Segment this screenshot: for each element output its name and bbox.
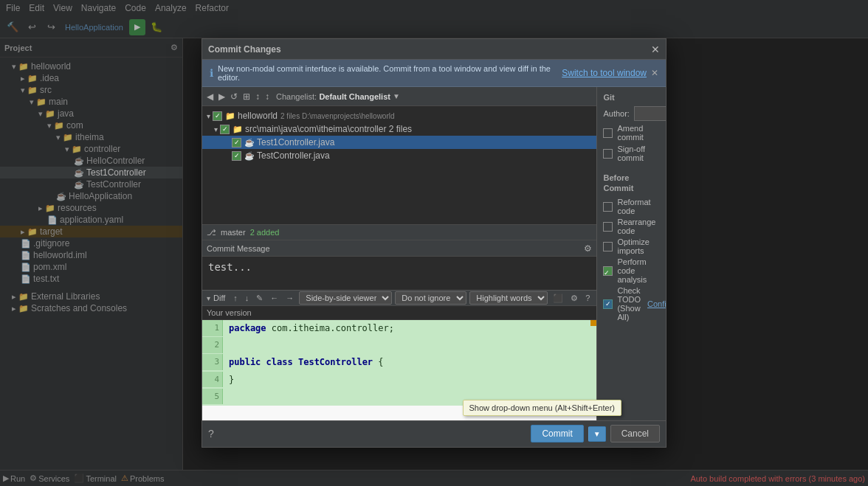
rearrange-row: Rearrange code bbox=[603, 218, 660, 235]
before-commit-section: Before Commit Reformat code Rearrange co… bbox=[603, 173, 660, 322]
optimize-label: Optimize imports bbox=[617, 237, 660, 255]
left-panel: ◀ ▶ ↺ ⊞ ↕ ↕ Changelist: Default Changeli… bbox=[202, 87, 597, 420]
before-commit-label: Before Commit bbox=[603, 173, 633, 192]
commit-msg-settings-icon[interactable]: ⚙ bbox=[584, 243, 592, 254]
dtree-src-path[interactable]: ▾ 📁 src\main\java\com\itheima\controller… bbox=[202, 122, 596, 136]
dtree-test[interactable]: ☕ TestController.java bbox=[202, 149, 596, 162]
amend-label: Amend commit bbox=[617, 124, 660, 142]
your-version-label: Your version bbox=[202, 306, 596, 320]
signoff-label: Sign-off commit bbox=[617, 145, 660, 162]
commit-msg-header: Commit Message ⚙ bbox=[202, 240, 596, 257]
perform-row: ✓ Perform code analysis bbox=[603, 257, 660, 284]
cl-group-btn[interactable]: ⊞ bbox=[241, 90, 252, 103]
diff-label: Diff bbox=[213, 294, 225, 302]
info-text: New non-modal commit interface is availa… bbox=[218, 64, 557, 82]
optimize-row: Optimize imports bbox=[603, 237, 660, 255]
check-todo-row: Check TODO (Show All) Configure bbox=[603, 286, 660, 322]
code-line-3: 3 public class TestController { bbox=[202, 354, 596, 371]
commit-tooltip: Show drop-down menu (Alt+Shift+Enter) bbox=[463, 400, 622, 416]
code-line-2: 2 bbox=[202, 337, 596, 354]
branch-icon: ⎇ bbox=[207, 228, 216, 237]
perform-checkbox[interactable]: ✓ bbox=[603, 266, 613, 276]
cb-test[interactable] bbox=[232, 151, 241, 161]
diff-help-btn[interactable]: ? bbox=[583, 293, 592, 303]
cb-test1[interactable] bbox=[232, 138, 241, 147]
dialog-footer: ? Show drop-down menu (Alt+Shift+Enter) … bbox=[202, 420, 666, 447]
commit-dialog: Commit Changes ✕ ℹ New non-modal commit … bbox=[202, 38, 666, 448]
code-line-1: 1 package com.itheima.controller; bbox=[202, 320, 596, 337]
dialog-titlebar: Commit Changes ✕ bbox=[202, 39, 666, 60]
reformat-checkbox[interactable] bbox=[603, 202, 613, 212]
commit-dropdown-btn[interactable]: ▼ bbox=[588, 426, 606, 442]
author-label: Author: bbox=[603, 109, 629, 118]
diff-edit-btn[interactable]: ✎ bbox=[254, 293, 265, 304]
cl-expand-btn[interactable]: ↕ bbox=[254, 90, 261, 103]
code-line-4: 4 } bbox=[202, 372, 596, 389]
signoff-checkbox[interactable] bbox=[603, 149, 613, 159]
cb-src[interactable] bbox=[220, 125, 230, 134]
code-display: 1 package com.itheima.controller; 2 3 pu… bbox=[202, 320, 596, 406]
diff-mode-btn[interactable]: ⬛ bbox=[551, 293, 565, 304]
diff-header: ▾ Diff ↑ ↓ ✎ ← → Side-by-side viewer bbox=[202, 290, 596, 306]
diff-ignore-select[interactable]: Do not ignore bbox=[395, 291, 466, 305]
diff-corner-marker bbox=[590, 320, 596, 326]
diff-down-btn[interactable]: ↓ bbox=[243, 293, 252, 303]
changelist-toolbar: ◀ ▶ ↺ ⊞ ↕ ↕ Changelist: Default Changeli… bbox=[202, 87, 596, 106]
branch-bar: ⎇ master 2 added bbox=[202, 224, 596, 240]
check-todo-label: Check TODO (Show All) bbox=[617, 286, 641, 322]
author-input[interactable] bbox=[634, 106, 666, 121]
cancel-btn[interactable]: Cancel bbox=[610, 425, 660, 442]
diff-right-btn[interactable]: → bbox=[283, 293, 296, 303]
right-panel: Git Author: Amend commit Sign-off commit bbox=[597, 87, 666, 420]
dtree-helloworld[interactable]: ▾ 📁 helloworld 2 files D:\mavenprojects\… bbox=[202, 109, 596, 122]
signoff-row: Sign-off commit bbox=[603, 145, 660, 162]
diff-highlight-select[interactable]: Highlight words bbox=[469, 291, 548, 305]
cl-refresh-btn[interactable]: ↺ bbox=[229, 90, 239, 103]
ide-window: File Edit View Navigate Code Analyze Ref… bbox=[0, 0, 868, 486]
configure-link[interactable]: Configure bbox=[647, 299, 666, 308]
diff-settings-btn[interactable]: ⚙ bbox=[568, 293, 580, 304]
amend-checkbox[interactable] bbox=[603, 128, 613, 138]
dialog-overlay: Commit Changes ✕ ℹ New non-modal commit … bbox=[0, 0, 868, 486]
commit-msg-label: Commit Message bbox=[207, 244, 581, 253]
diff-collapse-btn[interactable]: ▾ bbox=[207, 294, 210, 302]
dialog-close-btn[interactable]: ✕ bbox=[651, 44, 660, 55]
help-btn[interactable]: ? bbox=[208, 428, 214, 440]
rearrange-checkbox[interactable] bbox=[603, 222, 613, 232]
dialog-title: Commit Changes bbox=[208, 44, 651, 55]
switch-to-tool-window-link[interactable]: Switch to tool window bbox=[562, 68, 647, 78]
git-label: Git bbox=[603, 93, 660, 102]
diff-up-btn[interactable]: ↑ bbox=[231, 293, 240, 303]
dtree-test1[interactable]: ☕ Test1Controller.java bbox=[202, 136, 596, 149]
cl-prev-btn[interactable]: ◀ bbox=[205, 90, 215, 103]
cl-next-btn[interactable]: ▶ bbox=[217, 90, 227, 103]
branch-added: 2 added bbox=[250, 228, 280, 237]
branch-name: master bbox=[221, 228, 246, 237]
commit-msg-text: test... bbox=[208, 261, 252, 273]
optimize-checkbox[interactable] bbox=[603, 242, 613, 251]
check-todo-checkbox[interactable] bbox=[603, 299, 613, 309]
commit-btn[interactable]: Commit bbox=[531, 425, 583, 442]
diff-left-btn[interactable]: ← bbox=[268, 293, 280, 303]
cl-collapse-btn[interactable]: ↕ bbox=[264, 90, 271, 103]
dialog-content: ◀ ▶ ↺ ⊞ ↕ ↕ Changelist: Default Changeli… bbox=[202, 87, 666, 420]
author-row: Author: bbox=[603, 106, 660, 121]
banner-close-btn[interactable]: ✕ bbox=[651, 68, 658, 78]
diff-viewer-select[interactable]: Side-by-side viewer bbox=[299, 291, 392, 305]
changelist-label: Changelist: Default Changelist bbox=[276, 91, 390, 102]
changelist-dropdown[interactable]: ▼ bbox=[393, 92, 400, 100]
reformat-row: Reformat code bbox=[603, 198, 660, 215]
cb-helloworld[interactable] bbox=[213, 111, 222, 121]
git-section: Git Author: Amend commit Sign-off commit bbox=[603, 93, 660, 162]
dialog-file-tree: ▾ 📁 helloworld 2 files D:\mavenprojects\… bbox=[202, 106, 596, 224]
reformat-label: Reformat code bbox=[617, 198, 660, 215]
commit-msg-area[interactable]: test... bbox=[202, 257, 596, 290]
info-icon: ℹ bbox=[210, 67, 213, 79]
rearrange-label: Rearrange code bbox=[617, 218, 660, 235]
perform-label: Perform code analysis bbox=[617, 257, 660, 284]
info-banner: ℹ New non-modal commit interface is avai… bbox=[202, 60, 666, 87]
diff-toolbar: ↑ ↓ ✎ ← → Side-by-side viewer Do not ign… bbox=[231, 291, 592, 305]
amend-row: Amend commit bbox=[603, 124, 660, 142]
